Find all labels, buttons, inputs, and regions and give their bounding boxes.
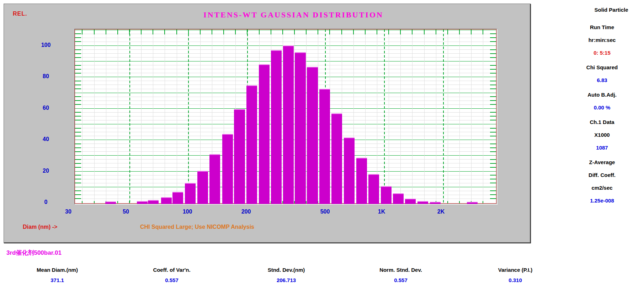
y-tick-label: 20 (35, 168, 57, 174)
x-minor-tick-top (259, 29, 260, 34)
results-line: Ch.1 Data (568, 119, 636, 126)
y-minor-tick-left (75, 85, 81, 85)
y-minor-tick-left (75, 198, 81, 199)
results-group: Ch.1 DataX10001087 (568, 119, 636, 152)
y-minor-tick-right (490, 147, 496, 148)
y-minor-tick-left (75, 33, 81, 34)
plot-area (75, 29, 496, 204)
x-minor-tick-top (329, 29, 330, 34)
x-minor-tick-top (365, 29, 366, 34)
results-line: Diff. Coeff. (568, 172, 636, 179)
stat-value: 0.557 (115, 277, 229, 283)
y-axis-title: REL. (13, 11, 27, 17)
grid-minor-vline (471, 29, 472, 203)
chart-title: INTENS-WT GAUSSIAN DISTRIBUTION (75, 10, 511, 20)
y-minor-tick-left (75, 175, 81, 176)
x-minor-tick-bottom (483, 201, 483, 203)
results-line: Run Time (568, 24, 636, 32)
y-minor-tick-right (490, 159, 496, 160)
y-minor-tick-left (75, 116, 81, 117)
y-minor-tick-right (490, 88, 496, 89)
x-minor-tick-top (223, 29, 224, 34)
y-minor-tick-right (490, 81, 496, 81)
x-minor-tick-top (459, 29, 460, 34)
x-minor-tick-bottom (117, 201, 118, 203)
y-minor-tick-left (75, 65, 81, 66)
x-minor-tick-top (82, 29, 83, 34)
x-minor-tick-top (164, 29, 165, 34)
x-minor-tick-top (282, 29, 283, 34)
results-group: Z-AverageDiff. Coeff.cm2/sec1.25e-008 (568, 159, 636, 205)
x-minor-tick-bottom (306, 201, 307, 203)
y-minor-tick-right (490, 41, 496, 42)
y-minor-tick-right (490, 179, 496, 179)
histogram-bar (381, 186, 392, 204)
grid-minor-vline (165, 29, 165, 203)
x-tick-label: 200 (232, 209, 260, 215)
y-tick-label: 60 (35, 105, 57, 111)
stat-value: 371.1 (0, 277, 115, 283)
y-minor-tick-right (490, 112, 496, 113)
stat-value: 206.713 (229, 277, 344, 283)
warning-message: CHI Squared Large; Use NICOMP Analysis (140, 224, 254, 230)
histogram-bar (405, 199, 416, 204)
y-minor-tick-right (490, 37, 496, 38)
grid-minor-vline (82, 29, 83, 203)
y-minor-tick-left (75, 159, 81, 160)
y-minor-tick-left (75, 41, 81, 42)
grid-minor-vline (118, 29, 118, 203)
histogram-bar (295, 52, 305, 204)
y-minor-tick-left (75, 151, 81, 152)
y-minor-tick-left (75, 136, 81, 136)
y-minor-tick-left (75, 57, 81, 58)
stat-column: Variance (P.I.)0.310 (458, 267, 573, 283)
grid-minor-vline (141, 29, 142, 203)
x-minor-tick-top (106, 29, 106, 34)
y-minor-tick-right (490, 163, 496, 164)
x-minor-tick-bottom (94, 201, 95, 203)
x-axis-label: Diam (nm) -> (23, 224, 57, 230)
histogram-bar (467, 202, 478, 204)
y-minor-tick-left (75, 69, 81, 70)
histogram-bar (307, 67, 318, 204)
grid-minor-vline (318, 29, 318, 203)
y-minor-tick-right (490, 57, 496, 58)
y-minor-tick-right (490, 100, 496, 101)
y-minor-tick-right (490, 132, 496, 133)
stat-label: Variance (P.I.) (458, 267, 573, 273)
x-minor-tick-top (141, 29, 142, 34)
histogram-bar (234, 109, 245, 204)
stat-column: Norm. Stnd. Dev.0.557 (344, 267, 458, 283)
y-minor-tick-right (490, 175, 496, 176)
results-line: 0.00 % (568, 104, 636, 112)
y-minor-tick-left (75, 167, 81, 168)
histogram-bar (105, 201, 116, 204)
histogram-bar (185, 183, 196, 204)
results-group: Chi Squared6.83 (568, 64, 636, 85)
stat-label: Coeff. of Var'n. (115, 267, 229, 273)
grid-minor-vline (94, 29, 95, 203)
grid-major-hline (75, 30, 496, 30)
x-tick-label: 100 (173, 209, 202, 215)
histogram-bar (209, 154, 220, 204)
histogram-bar (137, 201, 148, 204)
x-minor-tick-top (117, 29, 118, 34)
histogram-bar (430, 202, 441, 204)
stat-column: Coeff. of Var'n.0.557 (115, 267, 229, 283)
y-tick-label: 80 (35, 73, 57, 80)
distribution-panel: REL. INTENS-WT GAUSSIAN DISTRIBUTION Dia… (4, 4, 531, 243)
results-line: Solid Particle (578, 7, 644, 14)
results-line: hr:min:sec (568, 37, 636, 44)
x-minor-tick-top (400, 29, 401, 34)
results-panel: Solid ParticleRun Timehr:min:sec0: 5:15C… (568, 7, 636, 212)
results-group: Solid Particle (568, 7, 636, 14)
x-tick-label: 500 (311, 209, 339, 215)
histogram-bar (344, 137, 355, 204)
grid-decade-vline (443, 29, 444, 203)
histogram-bar (368, 174, 379, 204)
x-minor-tick-top (318, 29, 318, 34)
grid-minor-vline (483, 29, 483, 203)
x-minor-tick-top (200, 29, 201, 34)
grid-minor-vline (306, 29, 307, 203)
y-minor-tick-left (75, 144, 81, 144)
